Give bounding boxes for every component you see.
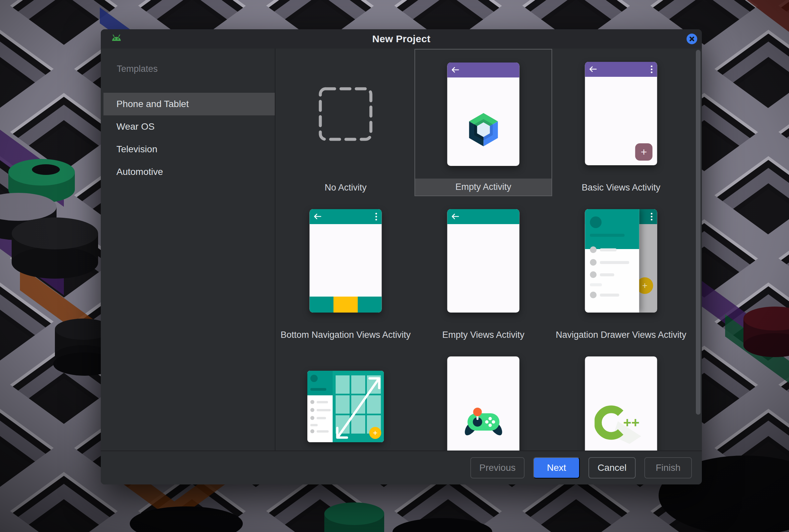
navigation-drawer-preview: +	[585, 209, 657, 312]
bottom-nav-bar	[310, 297, 382, 312]
sidebar-item-television[interactable]: Television	[104, 138, 275, 160]
form-factor-list: Phone and Tablet Wear OS Television Auto…	[101, 93, 275, 183]
sidebar-item-wear-os[interactable]: Wear OS	[104, 115, 275, 138]
template-label: Navigation Drawer Views Activity	[552, 326, 690, 343]
drawer-section-label	[590, 283, 602, 286]
template-label: Empty Views Activity	[414, 326, 552, 343]
close-icon	[689, 36, 695, 41]
back-arrow-icon	[451, 66, 459, 73]
dialog-body: Templates Phone and Tablet Wear OS Telev…	[101, 49, 702, 451]
template-label: Empty Activity	[415, 178, 551, 195]
back-arrow-icon	[314, 213, 322, 220]
sidebar-item-label: Automotive	[116, 167, 163, 177]
game-controller-icon	[460, 405, 507, 437]
template-responsive-views-activity[interactable]: +	[277, 343, 414, 451]
avatar	[311, 375, 318, 382]
drawer-item	[590, 259, 630, 266]
preview-appbar	[585, 62, 657, 77]
previous-button[interactable]: Previous	[470, 457, 525, 478]
dialog-titlebar: New Project	[101, 29, 702, 49]
bottom-nav-selected-tab	[334, 297, 358, 312]
template-empty-views-activity[interactable]: Empty Views Activity	[414, 196, 552, 343]
no-activity-placeholder-icon	[319, 87, 373, 142]
preview-appbar	[447, 209, 520, 224]
dialog-footer: Previous Next Cancel Finish	[101, 451, 702, 484]
fab-plus-icon: +	[635, 143, 653, 160]
finish-button[interactable]: Finish	[644, 457, 692, 478]
sidebar-item-label: Phone and Tablet	[116, 99, 189, 109]
sidebar-item-label: Wear OS	[116, 121, 155, 132]
templates-sidebar: Templates Phone and Tablet Wear OS Telev…	[101, 49, 276, 451]
next-button[interactable]: Next	[533, 457, 580, 478]
template-game-activity[interactable]	[414, 343, 552, 451]
drawer-item	[590, 271, 614, 278]
drawer-item	[590, 291, 619, 298]
list-panel-header	[307, 371, 333, 395]
desktop: New Project Templates Phone and Tablet W…	[0, 0, 789, 532]
overflow-menu-icon	[651, 213, 653, 221]
list-item	[311, 429, 328, 433]
list-section-label	[311, 424, 318, 426]
template-label: Basic Views Activity	[552, 179, 690, 196]
empty-views-preview	[447, 209, 520, 312]
template-bottom-navigation-views-activity[interactable]: Bottom Navigation Views Activity	[277, 196, 414, 343]
list-item	[311, 408, 331, 412]
overflow-menu-icon	[651, 65, 653, 73]
preview-appbar	[310, 209, 382, 224]
template-navigation-drawer-views-activity[interactable]: +	[552, 196, 690, 343]
template-basic-views-activity[interactable]: + Basic Views Activity	[552, 49, 690, 196]
jetpack-compose-logo-icon	[467, 111, 500, 148]
avatar	[590, 216, 602, 228]
new-project-dialog: New Project Templates Phone and Tablet W…	[101, 29, 702, 484]
list-item	[311, 416, 326, 420]
sidebar-item-phone-and-tablet[interactable]: Phone and Tablet	[104, 93, 275, 115]
bottom-navigation-preview	[310, 209, 382, 312]
dialog-title: New Project	[372, 33, 430, 44]
list-item	[311, 400, 328, 404]
navigation-drawer-panel	[585, 209, 639, 312]
cpp-plusplus-text: ++	[623, 415, 639, 430]
game-activity-preview	[447, 357, 520, 451]
overflow-menu-icon	[376, 213, 377, 221]
android-logo-icon	[111, 34, 122, 41]
cpp-logo-icon: ++	[595, 405, 647, 444]
sidebar-item-automotive[interactable]: Automotive	[104, 160, 275, 183]
empty-activity-preview	[447, 62, 520, 166]
native-cpp-preview: ++	[585, 357, 657, 451]
cancel-button[interactable]: Cancel	[588, 457, 636, 478]
template-label: Bottom Navigation Views Activity	[277, 326, 414, 343]
responsive-preview: +	[307, 371, 384, 442]
template-label: No Activity	[277, 179, 414, 196]
detail-panel: +	[333, 371, 384, 442]
template-no-activity[interactable]: No Activity	[277, 49, 414, 196]
name-placeholder	[311, 388, 326, 391]
templates-scrollbar[interactable]	[696, 50, 700, 415]
name-placeholder	[590, 234, 625, 237]
close-button[interactable]	[687, 34, 697, 44]
templates-header: Templates	[117, 64, 275, 74]
basic-views-preview: +	[585, 62, 657, 165]
back-arrow-icon	[451, 213, 459, 220]
drawer-header	[585, 209, 639, 249]
template-grid: No Activity	[277, 49, 691, 451]
preview-appbar	[447, 62, 520, 77]
template-empty-activity[interactable]: Empty Activity	[414, 49, 552, 196]
back-arrow-icon	[589, 66, 597, 73]
fab-plus-icon: +	[369, 427, 381, 439]
drawer-item	[590, 246, 617, 253]
sidebar-item-label: Television	[116, 144, 157, 155]
template-native-cpp[interactable]: ++	[552, 343, 690, 451]
